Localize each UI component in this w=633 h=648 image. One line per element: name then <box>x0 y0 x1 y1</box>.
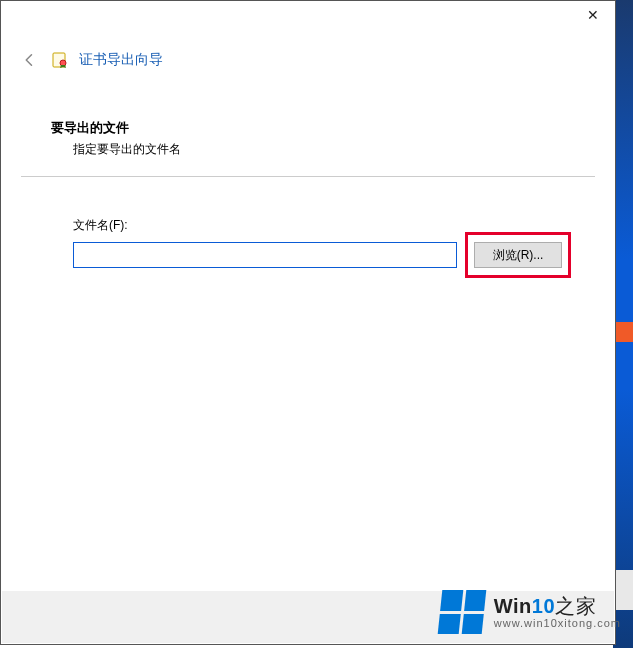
browse-highlight: 浏览(R)... <box>465 232 571 278</box>
titlebar: ✕ <box>1 1 615 37</box>
watermark: Win10之家 www.win10xitong.com <box>440 590 621 634</box>
close-icon: ✕ <box>587 7 599 23</box>
watermark-url: www.win10xitong.com <box>494 617 621 629</box>
wizard-content: 要导出的文件 指定要导出的文件名 文件名(F): 浏览(R)... <box>1 79 615 278</box>
certificate-icon <box>51 51 69 69</box>
divider <box>21 176 595 177</box>
back-arrow-icon <box>21 51 39 69</box>
wizard-header: 证书导出向导 <box>1 37 615 79</box>
windows-logo-icon <box>437 590 486 634</box>
filename-input[interactable] <box>73 242 457 268</box>
section-heading: 要导出的文件 <box>51 119 565 137</box>
wizard-title: 证书导出向导 <box>79 51 163 69</box>
browse-button[interactable]: 浏览(R)... <box>474 242 562 268</box>
section-subheading: 指定要导出的文件名 <box>73 141 565 158</box>
filename-row: 浏览(R)... <box>73 242 565 268</box>
watermark-brand: Win10之家 <box>494 595 621 617</box>
certificate-export-wizard-dialog: ✕ 证书导出向导 要导出的文件 指定要导出的文件名 文件名(F): <box>0 0 616 645</box>
close-button[interactable]: ✕ <box>571 1 615 29</box>
desktop-background-strip <box>613 0 633 648</box>
back-button[interactable] <box>19 49 41 71</box>
